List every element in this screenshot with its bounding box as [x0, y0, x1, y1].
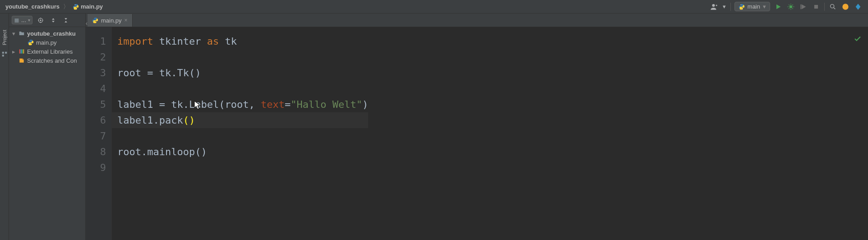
library-icon [18, 48, 25, 55]
close-icon[interactable]: × [125, 17, 128, 23]
code-area[interactable]: import tkinter as tk root = tk.Tk() labe… [112, 27, 368, 240]
svg-rect-13 [15, 18, 19, 19]
folder-icon [18, 30, 25, 37]
structure-tool-icon[interactable] [1, 51, 8, 58]
svg-rect-12 [2, 55, 4, 56]
expand-all-icon[interactable] [49, 16, 58, 25]
svg-rect-15 [15, 21, 19, 22]
code-line-2[interactable] [117, 49, 368, 65]
code-text: label1.pack [117, 115, 183, 126]
editor-area: ‹ main.py × 1 2 3 4 5 6 7 8 9 [86, 14, 868, 240]
tree-root-label: youtube_crashku [27, 30, 76, 37]
tree-file-main[interactable]: main.py [9, 38, 85, 47]
code-text: , [249, 99, 261, 110]
code-line-5[interactable]: label1 = tk.Label(root, text="Hallo Welt… [117, 97, 368, 112]
matched-paren: ) [189, 115, 195, 126]
project-view-label: ... [21, 17, 26, 23]
tree-external-libs[interactable]: ▸ External Libraries [9, 47, 85, 56]
breadcrumb-file[interactable]: main.py [73, 3, 103, 10]
svg-rect-14 [15, 20, 19, 21]
code-line-4[interactable] [117, 81, 368, 97]
navbar-right: ▾ main ▾ [710, 2, 868, 11]
svg-rect-10 [2, 52, 4, 54]
svg-rect-21 [23, 49, 24, 53]
coverage-icon[interactable] [799, 2, 808, 11]
navbar: youtube_crashkurs 〉 main.py ▾ main ▾ [0, 0, 868, 14]
module: tkinter [153, 36, 207, 47]
line-number: 8 [86, 144, 106, 160]
code-line-9[interactable] [117, 160, 368, 175]
code-line-7[interactable] [117, 128, 368, 144]
svg-point-0 [75, 5, 75, 5]
svg-point-8 [831, 4, 834, 8]
keyword: as [207, 36, 219, 47]
svg-point-2 [712, 4, 715, 7]
code-text: = [285, 99, 291, 110]
tree-scratches[interactable]: Scratches and Con [9, 56, 85, 65]
python-icon [739, 4, 745, 10]
svg-point-1 [76, 8, 77, 9]
code-line-3[interactable]: root = tk.Tk() [117, 65, 368, 81]
tree-root-folder[interactable]: ▾ youtube_crashku [9, 29, 85, 38]
project-tree[interactable]: ▾ youtube_crashku main.py ▸ External Lib… [9, 27, 85, 67]
dropdown-caret-icon[interactable]: ▾ [722, 2, 727, 11]
run-config-label: main [748, 3, 760, 10]
svg-point-3 [740, 5, 741, 5]
line-number: 4 [86, 81, 106, 97]
line-number: 9 [86, 160, 106, 175]
project-tool-tab[interactable]: Project [1, 27, 8, 48]
line-number: 1 [86, 33, 106, 49]
line-number: 3 [86, 65, 106, 81]
ide-update-icon[interactable] [841, 2, 850, 11]
code-line-8[interactable]: root.mainloop() [117, 144, 368, 160]
python-file-icon [92, 17, 98, 23]
tree-file-label: main.py [36, 39, 57, 46]
inspection-ok-icon[interactable] [854, 32, 862, 47]
toolbar-divider [730, 3, 731, 11]
alias: tk [219, 36, 237, 47]
scratches-icon [18, 57, 25, 64]
toolbar-divider [824, 3, 825, 11]
param-name: text [261, 99, 285, 110]
line-gutter: 1 2 3 4 5 6 7 8 9 [86, 27, 112, 240]
chevron-down-icon[interactable]: ▾ [11, 30, 16, 37]
breadcrumb-project[interactable]: youtube_crashkurs [5, 3, 60, 10]
tree-scratches-label: Scratches and Con [27, 57, 77, 64]
line-number: 6 [86, 112, 106, 128]
line-number: 5 [86, 97, 106, 112]
chevron-right-icon[interactable]: ▸ [11, 48, 16, 55]
matched-paren: ( [183, 115, 189, 126]
code-text: label1 = tk.Label(root [117, 99, 249, 110]
editor-tab-main[interactable]: main.py × [88, 14, 133, 27]
breadcrumb-project-label: youtube_crashkurs [5, 3, 60, 10]
svg-point-5 [790, 5, 793, 8]
code-text: ) [362, 99, 368, 110]
locate-icon[interactable] [36, 16, 45, 25]
svg-rect-11 [5, 52, 7, 54]
add-user-icon[interactable] [710, 2, 719, 11]
chevron-down-icon: ▾ [763, 3, 766, 10]
svg-rect-18 [19, 49, 20, 53]
keyword: import [117, 36, 153, 47]
svg-rect-19 [21, 49, 22, 53]
debug-icon[interactable] [786, 2, 795, 11]
code-text: root.mainloop() [117, 146, 207, 157]
project-view-selector[interactable]: ... ▾ [12, 16, 32, 24]
run-config-selector[interactable]: main ▾ [734, 2, 770, 11]
chevron-down-icon: ▾ [28, 18, 30, 23]
search-icon[interactable] [828, 2, 837, 11]
code-line-6[interactable]: label1.pack() [117, 112, 368, 128]
main-area: Project ... ▾ ▾ [0, 14, 868, 240]
python-file-icon [27, 39, 34, 46]
svg-point-9 [842, 4, 848, 9]
svg-point-17 [40, 19, 41, 20]
editor-tab-bar: ‹ main.py × [86, 14, 868, 27]
run-icon[interactable] [774, 2, 783, 11]
stop-icon[interactable] [812, 2, 821, 11]
code-line-1[interactable]: import tkinter as tk [117, 33, 368, 49]
code-with-me-icon[interactable] [854, 2, 863, 11]
editor-body[interactable]: 1 2 3 4 5 6 7 8 9 import tkinter as tk r… [86, 27, 868, 240]
svg-rect-7 [814, 5, 818, 8]
collapse-all-icon[interactable] [61, 16, 70, 25]
svg-rect-20 [22, 49, 23, 53]
